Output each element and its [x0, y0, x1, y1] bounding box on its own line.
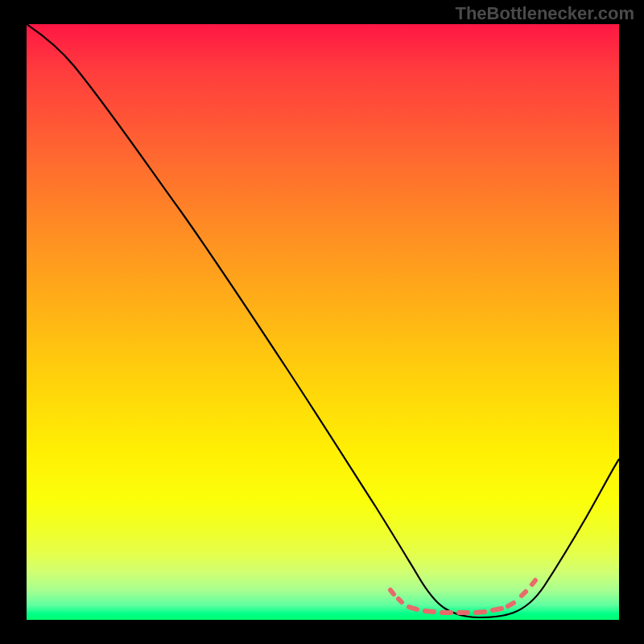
plot-area [27, 24, 619, 620]
svg-line-2 [409, 607, 417, 609]
svg-line-1 [398, 599, 402, 602]
svg-line-9 [522, 592, 526, 596]
chart-svg [27, 24, 619, 620]
watermark-text: TheBottlenecker.com [455, 3, 634, 24]
svg-line-7 [493, 609, 502, 610]
chart-container: TheBottlenecker.com [0, 0, 644, 644]
main-curve [27, 24, 619, 617]
svg-line-10 [532, 580, 535, 584]
dashed-valley [390, 580, 535, 613]
svg-line-8 [508, 603, 514, 606]
svg-line-3 [425, 611, 434, 612]
svg-line-6 [476, 612, 485, 613]
svg-line-0 [390, 590, 394, 594]
